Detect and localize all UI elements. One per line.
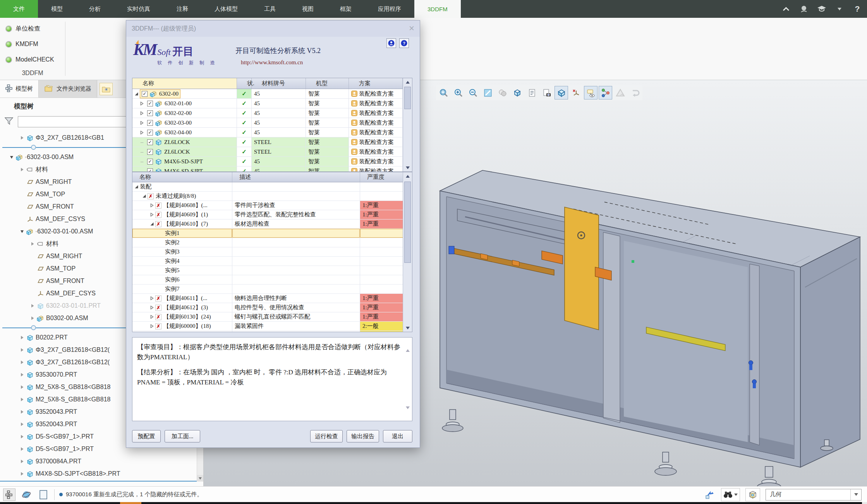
rules-row-【规则60120】(14)[interactable]: ✗【规则60120】(14)紧固件伸出长度过长或过短2:一般 bbox=[132, 331, 403, 332]
rules-row-实例5[interactable]: 实例5 bbox=[132, 266, 403, 275]
scroll-down-icon[interactable] bbox=[406, 408, 410, 418]
expand-closed-icon[interactable] bbox=[19, 360, 25, 365]
expand-closed-icon[interactable] bbox=[149, 296, 155, 300]
user-profile-icon[interactable] bbox=[386, 38, 396, 48]
column-header-材料牌号[interactable]: 材料牌号 bbox=[252, 78, 306, 89]
column-header-状.[interactable]: 状. bbox=[237, 78, 252, 89]
expand-closed-icon[interactable] bbox=[19, 447, 25, 451]
repaint-icon[interactable] bbox=[481, 86, 494, 99]
menu-tab-3DDFM[interactable]: 3DDFM bbox=[414, 0, 461, 18]
menu-tab-分析[interactable]: 分析 bbox=[76, 0, 114, 18]
rules-row-实例6[interactable]: 实例6 bbox=[132, 275, 403, 285]
image-capture-icon[interactable] bbox=[540, 86, 553, 99]
checkbox[interactable]: ✓ bbox=[147, 130, 153, 135]
rules-row-实例1[interactable]: 实例1 bbox=[132, 229, 403, 238]
ribbon-button-ModelCHECK[interactable]: ModelCHECK bbox=[0, 52, 65, 67]
expand-closed-icon[interactable] bbox=[19, 434, 25, 439]
filter-funnel-icon[interactable] bbox=[5, 117, 13, 127]
parts-row-M4X6-SD-SJPT[interactable]: –✓M4X6-SD-SJPT✓45智莱装配检查方案 bbox=[132, 166, 403, 171]
ribbon-button-单位检查[interactable]: 单位检查 bbox=[0, 21, 65, 36]
expand-closed-icon[interactable] bbox=[19, 167, 25, 172]
command-search-icon[interactable] bbox=[799, 4, 809, 14]
search-binoculars-icon[interactable] bbox=[721, 488, 740, 501]
expand-closed-icon[interactable] bbox=[29, 316, 36, 321]
annotation-display-icon[interactable] bbox=[584, 86, 597, 99]
filter-box-icon[interactable] bbox=[745, 488, 760, 501]
tree-toggle-icon[interactable] bbox=[3, 489, 15, 501]
expand-closed-icon[interactable] bbox=[29, 242, 36, 246]
chevron-down-icon[interactable] bbox=[850, 489, 861, 500]
expand-closed-icon[interactable] bbox=[19, 135, 25, 140]
scroll-up-icon[interactable] bbox=[403, 172, 412, 180]
column-header-方案[interactable]: 方案 bbox=[349, 78, 403, 89]
rules-row-【规则40611】(...[interactable]: ✗【规则40611】(...物料选用合理性判断1:严重 bbox=[132, 294, 403, 303]
plan-cell[interactable]: 装配检查方案 bbox=[349, 108, 403, 118]
3d-model-cabinet[interactable] bbox=[426, 163, 867, 504]
dialog-titlebar[interactable]: 3DDFM--- (超级管理员) bbox=[126, 21, 420, 37]
parts-row-6302-02-00[interactable]: ✓6302-02-00✓45智莱装配检查方案 bbox=[132, 108, 403, 118]
ribbon-button-KMDFM[interactable]: KMDFM bbox=[0, 36, 65, 52]
collapse-ribbon-icon[interactable] bbox=[781, 4, 791, 14]
expand-closed-icon[interactable] bbox=[19, 385, 25, 389]
expand-closed-icon[interactable] bbox=[19, 422, 25, 427]
expand-closed-icon[interactable] bbox=[19, 335, 25, 340]
web-browser-icon[interactable] bbox=[20, 489, 33, 501]
rules-row-实例4[interactable]: 实例4 bbox=[132, 257, 403, 266]
selection-filter-select[interactable]: 几何 bbox=[766, 489, 862, 501]
zoom-in-icon[interactable] bbox=[452, 86, 465, 99]
blank-panel-icon[interactable] bbox=[37, 489, 50, 501]
flip-view-icon[interactable] bbox=[628, 86, 642, 99]
component-display-icon[interactable] bbox=[599, 86, 612, 99]
expand-open-icon[interactable] bbox=[134, 92, 139, 96]
parts-row-6302-03-00[interactable]: ✓6302-03-00✓45智莱装配检查方案 bbox=[132, 118, 403, 128]
expand-open-icon[interactable] bbox=[19, 229, 25, 234]
expand-closed-icon[interactable] bbox=[139, 121, 144, 125]
checkbox[interactable]: ✓ bbox=[147, 168, 153, 172]
parts-row-ZL6LOCK[interactable]: –✓ZL6LOCK✓STEEL智莱装配检查方案 bbox=[132, 147, 403, 157]
plan-cell[interactable]: 装配检查方案 bbox=[349, 99, 403, 108]
expand-closed-icon[interactable] bbox=[19, 459, 25, 464]
checkbox[interactable]: ✓ bbox=[147, 149, 153, 155]
checkbox[interactable]: ✓ bbox=[147, 139, 153, 145]
expand-open-icon[interactable] bbox=[149, 222, 155, 226]
checkbox[interactable]: ✓ bbox=[147, 159, 153, 165]
simulation-warning-icon[interactable] bbox=[613, 86, 627, 99]
menu-tab-文件[interactable]: 文件 bbox=[0, 0, 38, 18]
rules-row-实例7[interactable]: 实例7 bbox=[132, 285, 403, 294]
expand-closed-icon[interactable] bbox=[149, 213, 155, 217]
expand-closed-icon[interactable] bbox=[19, 348, 25, 352]
tree-item-93700084A.PRT[interactable]: 93700084A.PRT bbox=[0, 455, 197, 468]
expand-closed-icon[interactable] bbox=[149, 315, 155, 319]
expand-closed-icon[interactable] bbox=[149, 305, 155, 310]
button-运行检查[interactable]: 运行检查 bbox=[310, 430, 343, 442]
menu-tab-人体模型[interactable]: 人体模型 bbox=[201, 0, 251, 18]
rules-row-【规则60000】(18)[interactable]: ✗【规则60000】(18)漏装紧固件2:一般 bbox=[132, 322, 403, 331]
menu-tab-注释[interactable]: 注释 bbox=[163, 0, 201, 18]
regenerate-icon[interactable] bbox=[703, 489, 716, 501]
tab-folder-browser[interactable]: 文件夹浏览器 bbox=[39, 80, 97, 98]
expand-open-icon[interactable] bbox=[9, 155, 15, 159]
view-manager-icon[interactable] bbox=[525, 86, 539, 99]
rules-row-装配[interactable]: 装配 bbox=[132, 182, 403, 192]
button-加工面...[interactable]: 加工面... bbox=[165, 430, 200, 442]
column-header-严重度[interactable]: 严重度 bbox=[360, 172, 403, 182]
parts-row-6302-04-00[interactable]: ✓6302-04-00✓45智莱装配检查方案 bbox=[132, 128, 403, 137]
checkbox[interactable]: ✓ bbox=[147, 120, 153, 126]
expand-closed-icon[interactable] bbox=[19, 410, 25, 414]
display-style-icon[interactable] bbox=[496, 86, 509, 99]
plan-cell[interactable]: 装配检查方案 bbox=[349, 137, 403, 147]
splitter-knob-icon[interactable] bbox=[31, 145, 36, 150]
checkbox[interactable]: ✓ bbox=[147, 101, 153, 106]
parts-row-6302-00[interactable]: ✓6302-00✓45智莱装配检查方案 bbox=[132, 89, 403, 99]
dialog-help-icon[interactable]: ? bbox=[399, 38, 409, 48]
parts-row-M4X6-SD-SJPT[interactable]: –✓M4X6-SD-SJPT✓45智莱装配检查方案 bbox=[132, 157, 403, 166]
column-header-名称[interactable]: 名称 bbox=[132, 172, 232, 182]
rules-row-未通过规则(8/8)[interactable]: ✗未通过规则(8/8) bbox=[132, 192, 403, 201]
favorites-folder-icon[interactable]: ✳ bbox=[100, 83, 113, 95]
button-退出[interactable]: 退出 bbox=[383, 430, 412, 442]
plan-cell[interactable]: 装配检查方案 bbox=[349, 128, 403, 137]
plan-cell[interactable]: 装配检查方案 bbox=[349, 89, 403, 98]
plan-cell[interactable]: 装配检查方案 bbox=[349, 166, 403, 171]
expand-closed-icon[interactable] bbox=[19, 471, 25, 476]
expand-closed-icon[interactable] bbox=[149, 324, 155, 328]
